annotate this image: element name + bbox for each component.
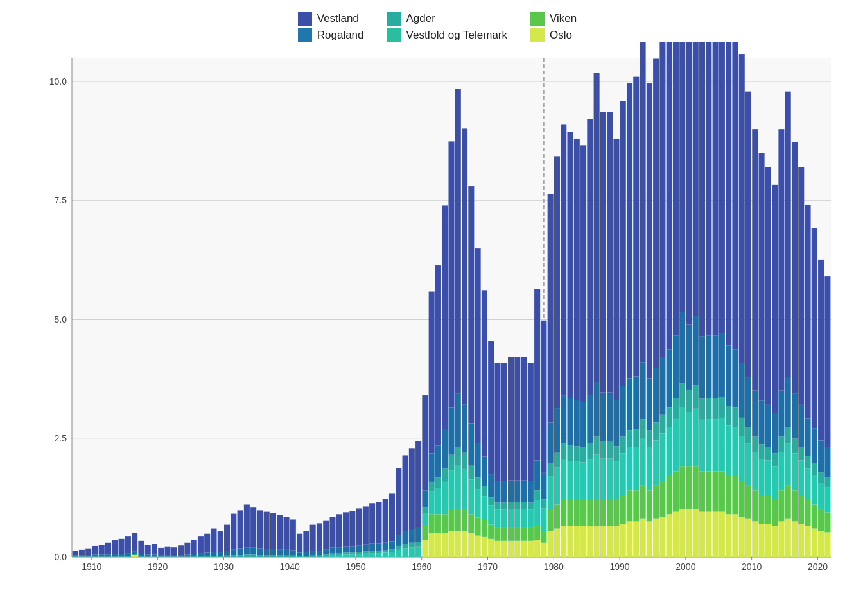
svg-rect-126 [290,556,296,557]
svg-rect-139 [317,551,322,555]
svg-rect-558 [812,463,817,475]
legend-color-box [298,12,312,26]
svg-rect-112 [257,549,263,555]
svg-text:10.0: 10.0 [49,76,67,87]
svg-rect-433 [673,336,679,398]
svg-rect-214 [435,514,441,533]
svg-rect-525 [778,521,784,557]
legend-grid: Vestland Agder Viken Rogaland Vestfold o… [298,12,577,42]
svg-rect-328 [561,500,566,526]
svg-rect-154 [343,552,349,554]
svg-rect-286 [514,527,520,541]
svg-rect-199 [415,527,421,542]
svg-rect-264 [488,497,494,505]
svg-rect-91 [211,552,216,556]
svg-rect-305 [534,501,540,526]
svg-rect-266 [488,341,494,474]
svg-text:1980: 1980 [544,561,564,572]
svg-rect-88 [204,552,210,556]
svg-rect-572 [824,276,830,447]
svg-rect-223 [442,429,448,468]
svg-rect-568 [824,512,830,532]
svg-rect-567 [824,532,830,557]
svg-rect-36 [92,554,98,556]
svg-rect-346 [580,500,586,526]
svg-rect-86 [198,536,204,553]
svg-rect-43 [105,543,111,555]
svg-rect-491 [739,436,745,481]
svg-rect-397 [633,376,639,429]
svg-rect-205 [422,490,428,507]
svg-rect-545 [798,461,804,495]
svg-rect-255 [482,537,487,557]
svg-rect-116 [264,512,270,549]
svg-rect-349 [580,402,586,447]
svg-rect-500 [745,92,751,377]
svg-rect-420 [659,415,665,434]
svg-rect-445 [686,325,692,390]
svg-rect-471 [719,512,725,557]
legend-label: Agder [406,12,435,25]
svg-rect-96 [224,556,230,557]
svg-rect-284 [508,357,514,481]
svg-rect-515 [765,461,771,495]
svg-rect-244 [468,514,474,533]
svg-rect-327 [561,526,566,557]
svg-rect-101 [231,514,236,550]
svg-rect-94 [218,552,223,556]
svg-rect-72 [171,556,177,557]
svg-rect-444 [686,390,692,412]
svg-rect-423 [667,514,672,557]
svg-rect-447 [693,509,699,557]
svg-rect-339 [574,526,580,557]
svg-rect-389 [627,447,632,490]
svg-rect-165 [363,554,369,557]
svg-rect-151 [336,547,342,553]
svg-rect-318 [548,463,554,476]
svg-rect-391 [627,378,632,430]
svg-rect-415 [653,368,659,422]
svg-rect-100 [231,549,236,555]
svg-rect-425 [667,427,672,476]
svg-rect-468 [713,398,719,420]
svg-rect-296 [521,357,527,481]
svg-rect-237 [462,531,467,557]
svg-rect-150 [336,553,342,555]
svg-rect-497 [745,444,751,486]
svg-rect-504 [752,437,758,452]
svg-rect-344 [574,139,580,400]
svg-rect-81 [191,556,197,557]
svg-rect-521 [772,466,778,500]
svg-rect-408 [647,430,652,447]
svg-rect-464 [706,42,711,336]
svg-rect-239 [462,469,467,509]
svg-rect-563 [818,483,824,509]
svg-rect-285 [514,541,520,557]
svg-rect-142 [323,554,329,556]
svg-rect-195 [409,529,415,542]
svg-rect-530 [778,129,784,391]
svg-rect-256 [482,520,487,537]
svg-rect-541 [792,394,798,439]
svg-rect-430 [673,472,679,512]
svg-rect-210 [429,482,435,492]
svg-rect-538 [792,490,798,521]
svg-rect-394 [633,490,639,521]
svg-rect-180 [383,499,388,543]
svg-rect-258 [482,486,487,497]
svg-rect-42 [105,554,111,556]
svg-rect-272 [494,363,500,482]
svg-rect-320 [548,194,554,423]
legend-color-box [298,28,312,42]
svg-rect-216 [435,477,441,488]
svg-rect-359 [594,455,600,500]
legend-color-box [387,12,401,26]
svg-rect-123 [284,556,290,557]
svg-rect-475 [719,333,725,397]
svg-rect-121 [277,549,283,555]
svg-rect-68 [158,548,164,555]
svg-rect-418 [659,481,665,517]
svg-rect-474 [719,397,725,418]
svg-rect-33 [85,555,91,556]
svg-rect-407 [647,447,652,490]
